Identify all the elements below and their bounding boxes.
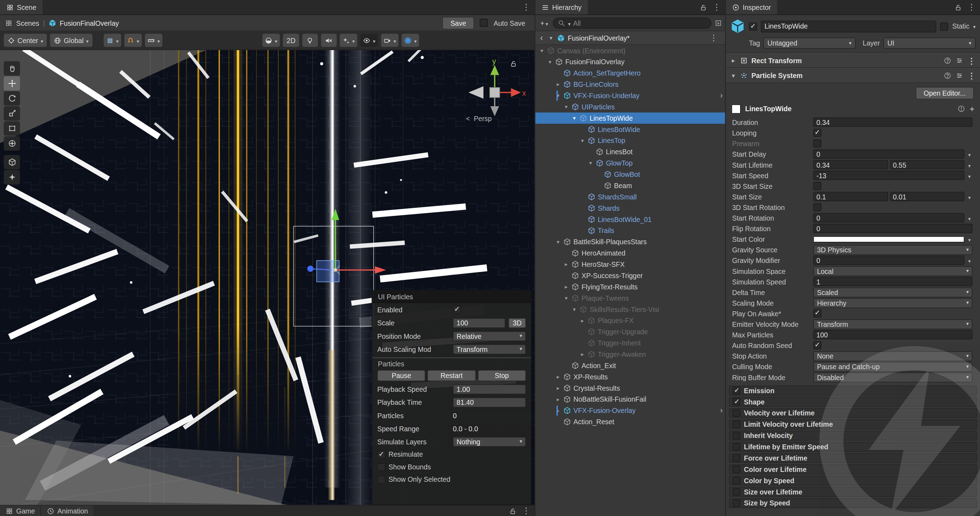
property-field[interactable]: 0.1: [813, 192, 888, 202]
property-checkbox[interactable]: [813, 139, 821, 148]
module-bar[interactable]: Inherit Velocity: [729, 431, 977, 441]
stop-button[interactable]: Stop: [478, 370, 526, 381]
foldout-arrow[interactable]: ▸: [554, 385, 562, 392]
hierarchy-item[interactable]: ▾ UIParticles: [535, 101, 725, 113]
auto-save-checkbox[interactable]: [480, 19, 488, 27]
module-checkbox[interactable]: [733, 387, 740, 394]
property-field[interactable]: 0.34: [813, 118, 973, 127]
gizmo-center-cube[interactable]: [490, 88, 500, 97]
hierarchy-item[interactable]: ▾ VFX-Fusion-Underlay: [535, 90, 725, 101]
scene-menu-kebab-icon[interactable]: ⋮: [522, 3, 530, 11]
tab-scene[interactable]: Scene: [0, 0, 43, 14]
rect-transform-kebab-icon[interactable]: ⋮: [968, 56, 976, 65]
tab-hierarchy[interactable]: Hierarchy: [535, 0, 588, 14]
prefab-back-chevron-icon[interactable]: ‹: [538, 33, 545, 43]
property-checkbox[interactable]: [813, 129, 821, 137]
lighting-toggle-button[interactable]: [302, 34, 318, 47]
bottom-lock-icon[interactable]: [509, 507, 517, 514]
hierarchy-lock-icon[interactable]: [700, 3, 707, 11]
save-search-icon[interactable]: [715, 19, 722, 27]
rect-transform-header[interactable]: ▸ Rect Transform ⋮: [725, 53, 980, 68]
foldout-arrow[interactable]: ▸: [562, 261, 570, 268]
module-checkbox[interactable]: [733, 398, 740, 406]
hierarchy-item[interactable]: ShardsSmall: [535, 191, 725, 202]
property-dropdown[interactable]: Transform: [813, 319, 973, 329]
transform-tool-button[interactable]: [4, 136, 20, 151]
prefab-open-chevron-icon[interactable]: [721, 406, 723, 415]
snap-toggle-button[interactable]: [124, 34, 142, 47]
add-icon[interactable]: +: [970, 104, 974, 114]
scale-tool-button[interactable]: [4, 106, 20, 121]
show-bounds-checkbox[interactable]: [377, 463, 385, 471]
hierarchy-item[interactable]: Trails: [535, 225, 725, 236]
enabled-checkbox[interactable]: [453, 306, 461, 314]
layer-dropdown[interactable]: UI: [883, 37, 976, 49]
property-field[interactable]: 0: [813, 213, 964, 223]
hierarchy-item[interactable]: Action_Reset: [535, 416, 725, 427]
breadcrumb-scenes[interactable]: Scenes: [16, 19, 39, 27]
component-overlay-button[interactable]: [402, 34, 420, 47]
gizmo-lock-icon[interactable]: [510, 60, 517, 67]
hierarchy-item[interactable]: ▾ GlowTop: [535, 158, 725, 169]
particle-system-header[interactable]: ▾ Particle System ⋮: [725, 68, 980, 83]
mini-caret-icon[interactable]: [966, 172, 973, 179]
hierarchy-item[interactable]: Trigger-Inherit: [535, 338, 725, 349]
hierarchy-item[interactable]: ▸ Trigger-Awaken: [535, 349, 725, 360]
property-dropdown[interactable]: Local: [813, 266, 973, 276]
foldout-arrow[interactable]: ▸: [579, 351, 587, 358]
audio-toggle-button[interactable]: [321, 34, 337, 47]
draw-mode-button[interactable]: [262, 34, 280, 47]
rect-transform-foldout[interactable]: ▸: [730, 57, 737, 64]
property-dropdown[interactable]: Hierarchy: [813, 298, 973, 308]
foldout-arrow[interactable]: ▾: [570, 306, 579, 313]
module-bar[interactable]: Shape: [729, 397, 977, 406]
property-field[interactable]: 0: [813, 224, 973, 233]
hierarchy-item[interactable]: LinesBotWide: [535, 124, 725, 135]
axis-y-cone[interactable]: [490, 65, 499, 75]
module-checkbox[interactable]: [733, 454, 740, 462]
module-bar[interactable]: Limit Velocity over Lifetime: [729, 419, 977, 429]
help-icon[interactable]: [943, 57, 951, 64]
foldout-arrow[interactable]: ▸: [579, 317, 587, 324]
property-field[interactable]: 0: [813, 149, 964, 159]
hierarchy-item[interactable]: ▸ Crystal-Results: [535, 382, 725, 394]
hierarchy-item[interactable]: ▸ BG-LineColors: [535, 79, 725, 90]
hierarchy-item[interactable]: Action_Exit: [535, 360, 725, 371]
bottom-kebab-icon[interactable]: ⋮: [522, 507, 530, 515]
snap-increment-button[interactable]: [145, 34, 162, 47]
inspector-lock-icon[interactable]: [954, 3, 962, 11]
hierarchy-item[interactable]: Shards: [535, 202, 725, 214]
hierarchy-item[interactable]: ▾ SkillsResults-Tiers-Visi: [535, 304, 725, 315]
property-field[interactable]: 100: [813, 330, 973, 339]
scene-viewport[interactable]: y x < Persp UI Particles Enabled: [0, 50, 535, 505]
foldout-arrow[interactable]: ▸: [554, 374, 562, 380]
foldout-arrow[interactable]: ▾: [546, 59, 554, 65]
tool-handle-rotation-button[interactable]: Global: [50, 34, 92, 47]
mini-caret-icon[interactable]: [966, 193, 973, 200]
foldout-arrow[interactable]: ▸: [554, 81, 562, 88]
hierarchy-item[interactable]: ▸ Plaques-FX: [535, 315, 725, 326]
projection-collapse-icon[interactable]: <: [466, 115, 470, 123]
foldout-arrow[interactable]: ▸: [554, 397, 562, 403]
hierarchy-item[interactable]: Trigger-Upgrade: [535, 326, 725, 338]
hierarchy-item[interactable]: ▾ LinesTop: [535, 135, 725, 146]
mini-caret-icon[interactable]: [966, 256, 973, 264]
scene-visibility-button[interactable]: [361, 34, 378, 47]
save-button[interactable]: Save: [442, 17, 474, 29]
foldout-arrow[interactable]: ▾: [570, 115, 579, 121]
ps-main-module-header[interactable]: LinesTopWide +: [725, 100, 980, 117]
property-dropdown[interactable]: Pause and Catch-up: [813, 362, 973, 371]
inspector-kebab-icon[interactable]: ⋮: [968, 3, 976, 11]
pause-button[interactable]: Pause: [377, 370, 425, 381]
mini-caret-icon[interactable]: [966, 150, 973, 158]
mini-caret-icon[interactable]: [966, 236, 973, 243]
tab-game[interactable]: Game: [0, 505, 41, 516]
view-tool-button[interactable]: [4, 61, 20, 76]
mini-caret-icon[interactable]: [966, 161, 973, 168]
module-bar[interactable]: Force over Lifetime: [729, 453, 977, 463]
hierarchy-item[interactable]: Action_SetTargetHero: [535, 67, 725, 79]
scale-field[interactable]: 100: [453, 318, 506, 328]
auto-scaling-dropdown[interactable]: Transform: [453, 344, 526, 354]
2d-toggle-button[interactable]: 2D: [283, 34, 299, 47]
component-tool-button[interactable]: [4, 170, 20, 185]
